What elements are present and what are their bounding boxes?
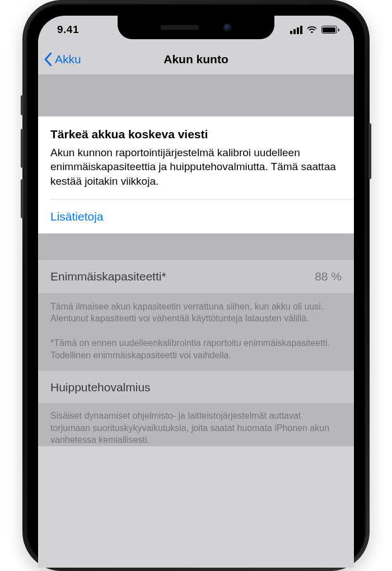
status-time: 9.41 <box>57 24 79 36</box>
device-notch <box>118 16 274 39</box>
peak-performance-footer: Sisäiset dynaamiset ohjelmisto- ja laitt… <box>38 403 354 446</box>
learn-more-link[interactable]: Lisätietoja <box>38 200 354 233</box>
max-capacity-row[interactable]: Enimmäiskapasiteetti* 88 % <box>38 259 354 294</box>
max-capacity-label: Enimmäiskapasiteetti* <box>50 270 166 283</box>
nav-bar: Akku Akun kunto <box>38 44 354 75</box>
battery-message-card: Tärkeä akkua koskeva viesti Akun kunnon … <box>38 116 354 233</box>
wifi-icon <box>306 26 318 34</box>
message-title: Tärkeä akkua koskeva viesti <box>50 128 342 141</box>
back-label: Akku <box>55 53 81 66</box>
message-body: Akun kunnon raportointijärjestelmä kalib… <box>50 146 342 188</box>
back-button[interactable]: Akku <box>44 44 81 74</box>
peak-performance-row[interactable]: Huipputehovalmius <box>38 370 354 403</box>
max-capacity-value: 88 % <box>315 270 342 283</box>
cellular-signal-icon <box>290 26 302 34</box>
battery-icon <box>321 26 340 34</box>
peak-performance-label: Huipputehovalmius <box>50 381 151 394</box>
chevron-left-icon <box>44 53 53 66</box>
max-capacity-footer: Tämä ilmaisee akun kapasiteetin verrattu… <box>38 294 354 370</box>
page-title: Akun kunto <box>164 53 228 66</box>
